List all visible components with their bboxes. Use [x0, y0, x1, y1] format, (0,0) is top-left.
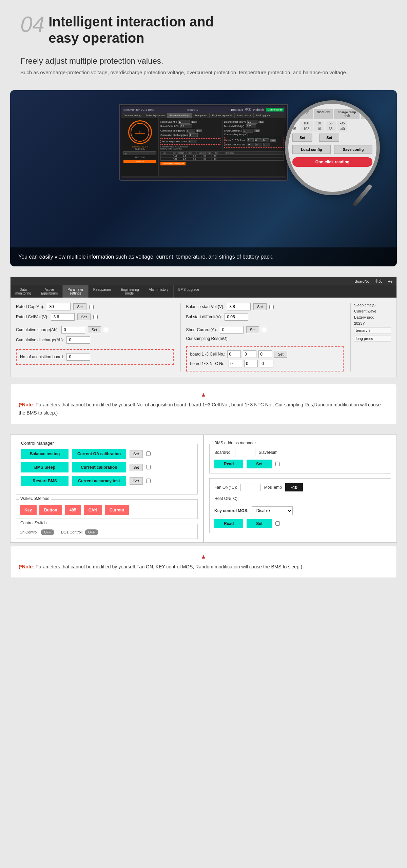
- cell-no-3[interactable]: [263, 138, 269, 142]
- ptab-alarm[interactable]: Alarm history: [144, 285, 174, 298]
- heat-on-input[interactable]: [242, 495, 262, 502]
- current-cal-btn[interactable]: Current calibration: [72, 462, 126, 472]
- one-click-btn[interactable]: One-click reading: [292, 157, 372, 167]
- pf-cum-charge-set[interactable]: Set: [88, 326, 101, 333]
- rated-cell-input[interactable]: [180, 124, 192, 128]
- bal-start-set[interactable]: Set: [258, 121, 264, 123]
- param-settings-section: BoardNo 中文 Re Datamonitoring ActiveEquil…: [10, 277, 397, 377]
- tab-readparam[interactable]: Readparam: [192, 113, 210, 118]
- key-control-select[interactable]: Disable: [252, 506, 293, 515]
- restart-bms-btn[interactable]: Restart BMS: [21, 476, 69, 486]
- tab-alarm[interactable]: Alarm history: [235, 113, 254, 118]
- pf-cum-charge-cb[interactable]: [104, 328, 108, 332]
- cur-accuracy-btn[interactable]: Current accuracy test: [72, 476, 126, 486]
- tab-active-equil[interactable]: Active Equilibrium: [143, 113, 167, 118]
- slavenum-input[interactable]: [282, 449, 302, 456]
- pf-short-curr-input[interactable]: [220, 326, 244, 334]
- rated-cap-input[interactable]: [178, 120, 190, 124]
- pf-bal-start-cb[interactable]: [269, 305, 274, 309]
- cum-charge-set[interactable]: Set: [196, 129, 202, 132]
- tab-param-settings[interactable]: Parameter settings: [167, 113, 192, 118]
- ntc-no-1[interactable]: [248, 143, 254, 146]
- cell-no-2[interactable]: [255, 138, 261, 142]
- ptab-readparam[interactable]: Readparam: [89, 285, 116, 298]
- control-manager-wrapper: Control Manager Balance testing Current …: [10, 435, 397, 543]
- set-btn-1[interactable]: Set: [292, 134, 312, 142]
- load-config-btn[interactable]: Load config: [292, 145, 331, 154]
- pf-short-curr-cb[interactable]: [262, 328, 266, 332]
- ptab-active[interactable]: ActiveEquilibrium: [36, 285, 63, 298]
- current-cal-cb[interactable]: [146, 465, 151, 469]
- tab-data-monitoring[interactable]: Data monitoring: [121, 113, 143, 118]
- temp-set-btn[interactable]: Set: [247, 519, 272, 528]
- pf-bal-start-set[interactable]: Set: [253, 303, 267, 310]
- tab-eng-model[interactable]: Engineering model: [210, 113, 234, 118]
- bal-start-input[interactable]: [247, 120, 257, 124]
- pf-rated-cell-input[interactable]: [51, 313, 75, 321]
- save-config-btn[interactable]: Save config: [334, 145, 372, 154]
- ptab-bms[interactable]: BMS upgrade: [174, 285, 204, 298]
- cell-set[interactable]: Set: [270, 139, 276, 142]
- pf-bal-diff-input[interactable]: [225, 313, 248, 321]
- fan-on-input[interactable]: [240, 484, 261, 491]
- sleep-time-label: Sleep time(S: [354, 303, 391, 307]
- cur-accuracy-cb[interactable]: [146, 479, 151, 483]
- ptab-data[interactable]: Datamonitoring: [11, 285, 36, 298]
- pf-rated-cell-set[interactable]: Set: [77, 314, 91, 320]
- rated-cap-set[interactable]: Set: [191, 121, 197, 123]
- pf-cell-2[interactable]: [243, 350, 256, 358]
- pf-bal-start-input[interactable]: [227, 303, 251, 310]
- wakeup-button-btn[interactable]: Button: [39, 505, 62, 515]
- pf-rated-cap-input[interactable]: [47, 303, 71, 310]
- acq-board-label: No. of acquisition board:: [162, 140, 188, 143]
- ch-control-toggle[interactable]: OFF: [41, 529, 54, 535]
- bms-sleep-btn[interactable]: BMS Sleep: [21, 462, 69, 472]
- balance-testing-btn[interactable]: Balance testing: [21, 449, 69, 459]
- current-oa-cb[interactable]: [146, 451, 151, 456]
- wakeup-485-btn[interactable]: 485: [65, 505, 81, 515]
- pf-cell-1[interactable]: [227, 350, 241, 358]
- tab-bms-upgrade[interactable]: BMS upgrade: [254, 113, 273, 118]
- acq-board-input[interactable]: [189, 140, 197, 143]
- pf-rated-cap-set[interactable]: Set: [73, 303, 86, 310]
- addr-set-btn[interactable]: Set: [247, 460, 272, 468]
- wakeup-key-btn[interactable]: Key: [20, 505, 37, 515]
- pf-short-curr-set[interactable]: Set: [246, 326, 259, 333]
- cum-charge-input[interactable]: [187, 129, 195, 133]
- pf-cum-discharge-input[interactable]: [66, 336, 90, 344]
- screenshot-caption: You can easily view multiple information…: [10, 247, 397, 266]
- wakeup-current-btn[interactable]: Current: [105, 505, 129, 515]
- temp-read-btn[interactable]: Read: [214, 519, 243, 528]
- cell-no-1[interactable]: [247, 138, 254, 142]
- ptab-eng[interactable]: Engineeringmodel: [116, 285, 144, 298]
- short-curr-set[interactable]: Set: [254, 129, 260, 132]
- current-oa-cal-btn[interactable]: Current OA calibration: [72, 449, 126, 459]
- curr-display: Curr: 0 A: [123, 148, 156, 150]
- short-curr-input[interactable]: [243, 129, 253, 133]
- pf-ntc-3[interactable]: [260, 360, 273, 367]
- cum-discharge-input[interactable]: [189, 133, 198, 137]
- pf-cum-charge-input[interactable]: [61, 326, 85, 334]
- ntc-no-3[interactable]: [263, 143, 270, 146]
- addr-cb[interactable]: [275, 462, 280, 466]
- pf-rated-cell-cb[interactable]: [93, 315, 98, 319]
- pf-cell-set[interactable]: Set: [274, 351, 287, 358]
- current-cal-set[interactable]: Set: [130, 464, 143, 471]
- connect-btn[interactable]: ConnectSet: [266, 108, 284, 112]
- pf-acq-input[interactable]: [66, 353, 90, 361]
- bal-diff-input[interactable]: [246, 124, 256, 128]
- ptab-param[interactable]: Parametersettings: [63, 285, 89, 298]
- do1-control-toggle[interactable]: OFF: [85, 529, 98, 535]
- set-btn-2[interactable]: Set: [319, 134, 339, 142]
- pf-cell-3[interactable]: [258, 350, 272, 358]
- pf-ntc-2[interactable]: [244, 360, 258, 367]
- boardno-input[interactable]: [235, 449, 255, 456]
- cur-accuracy-set[interactable]: Set: [130, 477, 143, 485]
- pf-ntc-1[interactable]: [229, 360, 242, 367]
- addr-read-btn[interactable]: Read: [214, 460, 243, 468]
- pf-rated-cap-cb[interactable]: [89, 305, 94, 309]
- current-oa-set[interactable]: Set: [130, 450, 143, 458]
- temp-cb[interactable]: [275, 521, 280, 526]
- ntc-no-2[interactable]: [255, 143, 262, 146]
- wakeup-can-btn[interactable]: CAN: [84, 505, 102, 515]
